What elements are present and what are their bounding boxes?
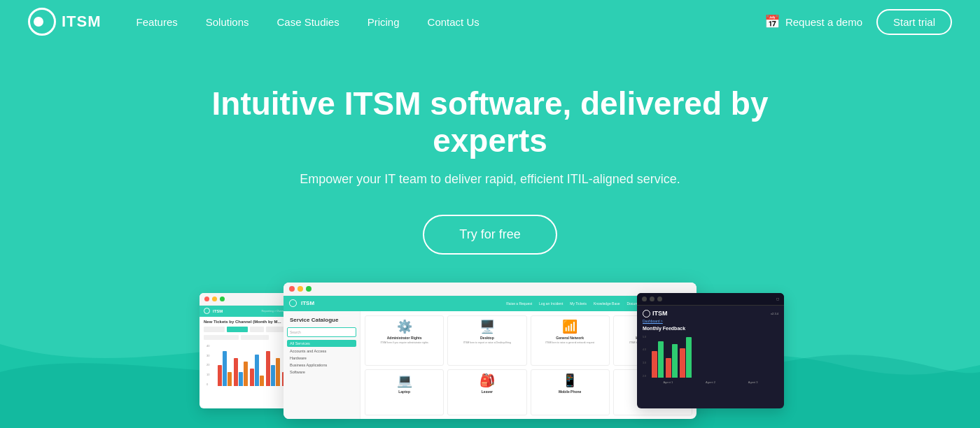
calendar-icon: 📅 bbox=[764, 14, 780, 29]
start-trial-button[interactable]: Start trial bbox=[876, 9, 952, 35]
logo-area[interactable]: ITSM bbox=[28, 8, 102, 36]
logo-icon bbox=[28, 8, 56, 36]
nav-link-features[interactable]: Features bbox=[136, 16, 178, 28]
nav-links: Features Solutions Case Studies Pricing … bbox=[136, 16, 764, 28]
nav-link-pricing[interactable]: Pricing bbox=[368, 16, 400, 28]
navbar: ITSM Features Solutions Case Studies Pri… bbox=[0, 0, 980, 43]
hero-subtitle: Empower your IT team to deliver rapid, e… bbox=[300, 172, 680, 187]
screenshot-right: ◻ ITSM v2.3.4 Dashboard > Monthly Feedba… bbox=[637, 293, 784, 408]
nav-link-contact[interactable]: Contact Us bbox=[428, 16, 479, 28]
nav-link-solutions[interactable]: Solutions bbox=[206, 16, 249, 28]
screenshot-center: ITSM Raise a Request Log an Incident My … bbox=[284, 283, 696, 419]
nav-actions: 📅 Request a demo Start trial bbox=[764, 9, 952, 35]
nav-link-case-studies[interactable]: Case Studies bbox=[276, 16, 339, 28]
right-screenshot-title: Monthly Feedback bbox=[637, 324, 784, 334]
hero-section: Intuitive ITSM software, delivered by ex… bbox=[0, 43, 980, 428]
hero-heading: Intuitive ITSM software, delivered by ex… bbox=[175, 85, 805, 159]
screenshots-container: ITSM Reporting > Overview and Metrics > … bbox=[0, 283, 980, 428]
request-demo-link[interactable]: 📅 Request a demo bbox=[764, 14, 862, 29]
logo-text: ITSM bbox=[62, 13, 102, 31]
request-demo-label: Request a demo bbox=[785, 16, 862, 28]
try-free-button[interactable]: Try for free bbox=[423, 215, 556, 255]
